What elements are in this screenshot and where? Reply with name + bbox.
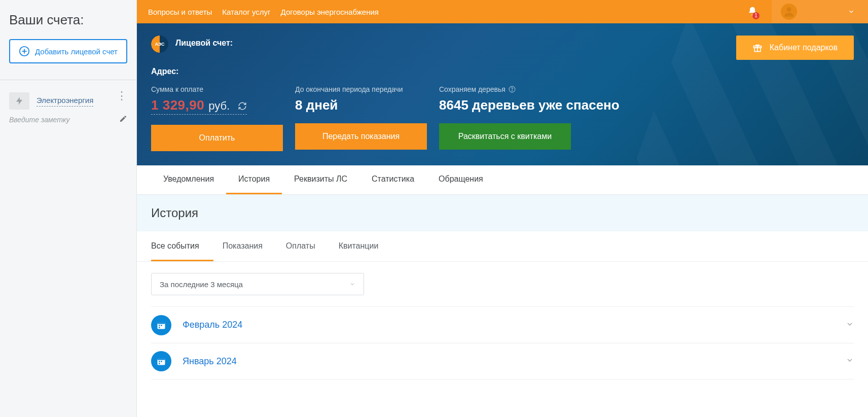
- topbar-link-contracts[interactable]: Договоры энергоснабжения: [281, 8, 379, 16]
- svg-rect-15: [158, 358, 165, 360]
- divider: [0, 80, 136, 80]
- add-account-button[interactable]: Добавить лицевой счет: [9, 39, 127, 63]
- subtab-readings[interactable]: Показания: [223, 231, 277, 261]
- amount-currency: руб.: [208, 99, 230, 113]
- filter-row: За последние 3 месяца: [137, 262, 868, 306]
- gift-icon: [752, 43, 763, 53]
- days-value: 8 дней: [295, 97, 439, 113]
- company-logo: АЭС: [151, 36, 168, 53]
- account-hero: АЭС Лицевой счет: Кабинет подарков Адрес…: [137, 23, 868, 165]
- svg-rect-10: [158, 322, 165, 324]
- svg-rect-16: [159, 361, 160, 362]
- gifts-label: Кабинет подарков: [770, 43, 838, 52]
- period-value: За последние 3 месяца: [160, 280, 243, 289]
- plus-circle-icon: [19, 46, 30, 57]
- refresh-button[interactable]: [238, 101, 247, 113]
- user-icon: [782, 5, 795, 18]
- chevron-down-icon: [848, 8, 855, 15]
- tab-notifications[interactable]: Уведомления: [151, 165, 226, 194]
- topbar: Вопросы и ответы Каталог услуг Договоры …: [137, 0, 868, 23]
- topbar-links: Вопросы и ответы Каталог услуг Договоры …: [148, 8, 379, 16]
- receipts-button[interactable]: Расквитаться с квитками: [439, 123, 571, 150]
- user-menu[interactable]: [772, 0, 868, 23]
- account-name-link[interactable]: Электроэнергия: [37, 96, 93, 107]
- main-tabs: Уведомления История Реквизиты ЛС Статист…: [137, 165, 868, 195]
- calendar-icon: [151, 315, 171, 335]
- subtab-payments[interactable]: Оплаты: [286, 231, 330, 261]
- tab-requisites[interactable]: Реквизиты ЛС: [282, 165, 359, 194]
- trees-value: 8645 деревьев уже спасено: [439, 97, 854, 113]
- sum-label: Сумма к оплате: [151, 85, 295, 93]
- history-subtabs: Все события Показания Оплаты Квитанции: [137, 231, 868, 262]
- tab-appeals[interactable]: Обращения: [426, 165, 495, 194]
- notifications-button[interactable]: 1: [747, 6, 757, 18]
- months-list: Февраль 2024 Январь 2024: [137, 306, 868, 379]
- tab-statistics[interactable]: Статистика: [359, 165, 426, 194]
- subtab-receipts[interactable]: Квитанции: [339, 231, 393, 261]
- notification-badge: 1: [752, 12, 760, 19]
- refresh-icon: [238, 101, 247, 111]
- note-placeholder: Введите заметку: [9, 116, 115, 124]
- subtab-all[interactable]: Все события: [151, 231, 213, 261]
- account-label: Лицевой счет:: [175, 39, 233, 48]
- help-icon[interactable]: [509, 86, 516, 93]
- topbar-link-catalog[interactable]: Каталог услуг: [222, 8, 270, 16]
- main: Вопросы и ответы Каталог услуг Договоры …: [137, 0, 868, 417]
- history-title: История: [137, 195, 868, 231]
- svg-rect-13: [159, 327, 160, 328]
- avatar: [781, 4, 797, 20]
- amount-due: 1 329,90 руб.: [151, 97, 247, 115]
- days-label: До окончания периода передачи: [295, 85, 439, 93]
- gifts-button[interactable]: Кабинет подарков: [736, 36, 854, 60]
- calendar-icon: [151, 351, 171, 371]
- edit-note-button[interactable]: [119, 115, 127, 125]
- account-note-row: Введите заметку: [9, 115, 127, 125]
- tab-history[interactable]: История: [226, 165, 282, 194]
- month-row[interactable]: Январь 2024: [151, 343, 854, 379]
- chevron-down-icon: [349, 281, 355, 287]
- amount-value: 1 329,90: [151, 97, 204, 113]
- pencil-icon: [119, 115, 127, 123]
- sidebar-title: Ваши счета:: [9, 12, 127, 28]
- address-label: Адрес:: [151, 67, 854, 76]
- account-kebab-menu[interactable]: ⋮: [116, 90, 127, 101]
- topbar-link-faq[interactable]: Вопросы и ответы: [148, 8, 212, 16]
- svg-point-8: [512, 90, 512, 91]
- account-item: Электроэнергия ⋮ Введите заметку: [9, 90, 127, 129]
- svg-rect-12: [161, 325, 162, 326]
- electricity-icon: [9, 92, 29, 110]
- svg-point-3: [787, 7, 791, 12]
- add-account-label: Добавить лицевой счет: [35, 47, 118, 56]
- period-select[interactable]: За последние 3 месяца: [151, 273, 364, 295]
- chevron-down-icon: [846, 320, 854, 330]
- month-label: Февраль 2024: [183, 320, 242, 330]
- submit-readings-button[interactable]: Передать показания: [295, 123, 427, 150]
- trees-label: Сохраняем деревья: [439, 85, 854, 93]
- svg-rect-17: [161, 361, 162, 362]
- chevron-down-icon: [846, 356, 854, 366]
- sidebar: Ваши счета: Добавить лицевой счет Электр…: [0, 0, 137, 417]
- svg-rect-11: [159, 325, 160, 326]
- month-row[interactable]: Февраль 2024: [151, 306, 854, 343]
- pay-button[interactable]: Оплатить: [151, 125, 283, 151]
- month-label: Январь 2024: [183, 356, 237, 367]
- account-row: Электроэнергия: [9, 92, 127, 110]
- svg-rect-18: [159, 363, 160, 364]
